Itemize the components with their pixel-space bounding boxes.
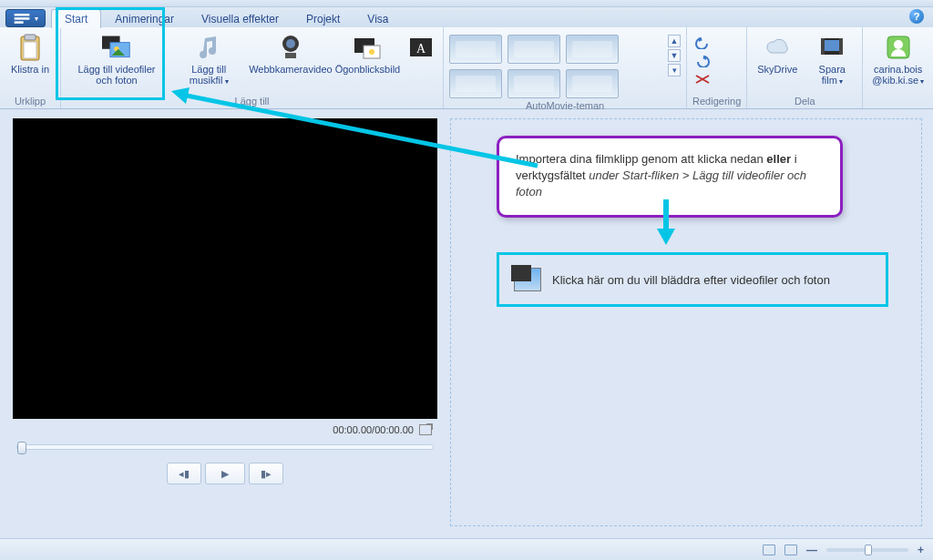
media-thumb-icon (514, 268, 541, 291)
svg-text:A: A (416, 42, 426, 56)
tab-start[interactable]: Start (51, 9, 101, 28)
svg-rect-11 (285, 53, 296, 58)
save-movie-icon (817, 33, 846, 62)
add-music-label: Lägg till musikfil▾ (176, 64, 241, 87)
paste-label: Klistra in (11, 64, 49, 75)
theme-thumb[interactable] (508, 35, 560, 64)
themes-scroll-down[interactable]: ▼ (668, 49, 681, 62)
svg-rect-4 (25, 35, 36, 40)
svg-rect-20 (839, 38, 843, 55)
snapshot-label: Ögonblicksbild (335, 64, 401, 75)
theme-thumb[interactable] (566, 69, 619, 98)
add-media-label: Lägg till videofiler och foton (75, 64, 159, 86)
browse-text: Klicka här om du vill bläddra efter vide… (552, 273, 830, 287)
theme-thumb[interactable] (508, 69, 560, 98)
svg-rect-19 (821, 38, 825, 55)
rotate-left-icon[interactable] (692, 36, 713, 49)
svg-point-22 (894, 40, 903, 49)
tutorial-callout: Importera dina filmklipp genom att klick… (497, 136, 843, 218)
preview-pane: 00:00.00/00:00.00 ◂▮ ▶ ▮▸ (0, 109, 446, 537)
zoom-in-button[interactable]: + (918, 544, 924, 556)
account-label: carina.bois@kib.ki.se▾ (872, 64, 924, 87)
paste-button[interactable]: Klistra in (5, 31, 55, 76)
group-share: SkyDrive Spara film▾ Dela (747, 27, 863, 108)
skydrive-button[interactable]: SkyDrive (753, 31, 802, 76)
share-caption: Dela (753, 96, 856, 107)
video-preview (13, 118, 437, 419)
tab-animations[interactable]: Animeringar (101, 9, 188, 28)
theme-thumb[interactable] (449, 35, 502, 64)
fullscreen-icon[interactable] (419, 424, 432, 435)
slider-thumb[interactable] (17, 442, 26, 454)
add-media-button[interactable]: Lägg till videofiler och foton (67, 31, 167, 87)
themes-scroll-up[interactable]: ▲ (668, 35, 681, 47)
zoom-out-button[interactable]: — (806, 544, 817, 556)
timeline-slider[interactable] (16, 444, 434, 450)
webcam-label: Webbkameravideo (249, 64, 333, 75)
tutorial-arrow-down (657, 229, 675, 245)
tab-project[interactable]: Projekt (292, 9, 354, 28)
account-button[interactable]: carina.bois@kib.ki.se▾ (868, 31, 928, 89)
next-frame-button[interactable]: ▮▸ (249, 463, 283, 484)
tab-view[interactable]: Visa (354, 9, 402, 28)
time-row: 00:00.00/00:00.00 (13, 419, 437, 439)
tab-visual-effects[interactable]: Visuella effekter (188, 9, 292, 28)
ribbon: Klistra in Urklipp Lägg till videofiler … (0, 27, 933, 109)
svg-point-10 (286, 39, 295, 48)
webcam-icon (276, 33, 305, 62)
add-caption: Lägg till (67, 96, 437, 107)
svg-rect-2 (15, 21, 24, 24)
snapshot-button[interactable]: Ögonblicksbild (336, 31, 400, 76)
view-list-icon[interactable] (784, 545, 797, 555)
title-bar (0, 0, 933, 7)
editing-caption: Redigering (692, 96, 741, 107)
music-icon (194, 33, 223, 62)
themes-scroll: ▲ ▼ ▾ (668, 31, 681, 76)
save-movie-button[interactable]: Spara film▾ (807, 31, 856, 89)
themes-expand[interactable]: ▾ (668, 64, 681, 76)
title-icon: A (406, 33, 436, 62)
app-menu-button[interactable]: ▾ (5, 9, 46, 27)
help-icon[interactable]: ? (909, 9, 924, 24)
group-themes: ▲ ▼ ▾ AutoMovie-teman (444, 27, 687, 108)
skydrive-label: SkyDrive (757, 64, 797, 75)
zoom-slider[interactable] (826, 548, 908, 552)
svg-rect-0 (15, 14, 30, 16)
time-display: 00:00.00/00:00.00 (333, 424, 414, 435)
clipboard-caption: Urklipp (5, 96, 55, 107)
callout-text-pre: Importera dina filmklipp genom att klick… (516, 152, 766, 166)
add-music-button[interactable]: Lägg till musikfil▾ (172, 31, 245, 89)
snapshot-icon (353, 33, 382, 62)
tab-row: ▾ Start Animeringar Visuella effekter Pr… (0, 7, 933, 27)
group-add: Lägg till videofiler och foton Lägg till… (61, 27, 444, 108)
group-editing: Redigering (687, 27, 747, 108)
clipboard-icon (15, 33, 45, 62)
rotate-right-icon[interactable] (692, 55, 713, 67)
prev-frame-button[interactable]: ◂▮ (167, 463, 201, 484)
workspace: 00:00.00/00:00.00 ◂▮ ▶ ▮▸ Importera dina… (0, 109, 933, 537)
drop-area: Importera dina filmklipp genom att klick… (450, 118, 922, 526)
svg-rect-18 (823, 40, 841, 51)
play-button[interactable]: ▶ (205, 463, 245, 484)
svg-rect-5 (24, 42, 36, 58)
theme-thumb[interactable] (566, 35, 619, 64)
save-movie-label: Spara film▾ (811, 64, 853, 87)
storyboard-pane: Importera dina filmklipp genom att klick… (446, 109, 933, 537)
add-media-icon (102, 33, 131, 62)
browse-media-box[interactable]: Klicka här om du vill bläddra efter vide… (497, 252, 888, 307)
view-thumbnails-icon[interactable] (763, 545, 775, 555)
zoom-thumb[interactable] (865, 545, 872, 555)
delete-icon[interactable] (692, 73, 713, 86)
theme-thumb[interactable] (449, 69, 502, 98)
title-button[interactable]: A (405, 31, 437, 66)
group-clipboard: Klistra in Urklipp (0, 27, 61, 108)
user-icon (884, 33, 913, 62)
playback-controls: ◂▮ ▶ ▮▸ (13, 463, 437, 484)
callout-text-bold: eller (766, 152, 791, 166)
cloud-icon (763, 33, 792, 62)
webcam-button[interactable]: Webbkameravideo (251, 31, 330, 76)
automovie-themes (449, 31, 659, 98)
group-account: carina.bois@kib.ki.se▾ (863, 27, 933, 108)
status-bar: — + (0, 538, 933, 560)
svg-rect-1 (15, 17, 30, 20)
